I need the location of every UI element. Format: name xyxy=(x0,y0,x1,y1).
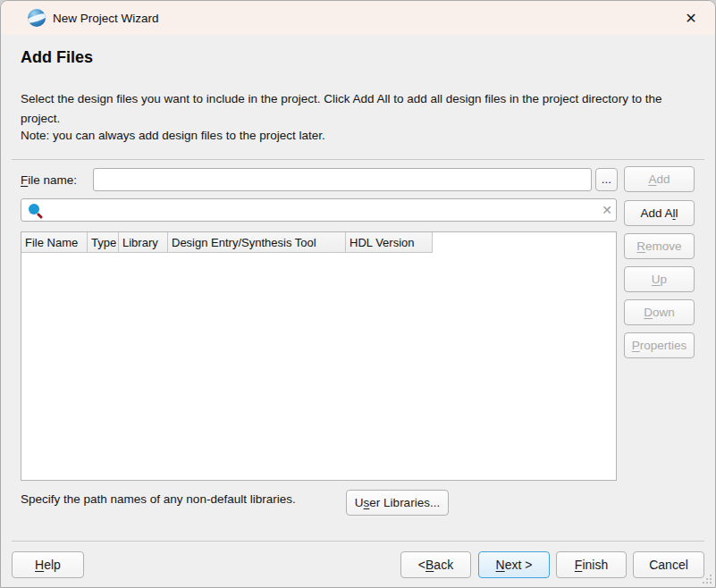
back-button[interactable]: < Back xyxy=(400,551,471,578)
titlebar: New Project Wizard ✕ xyxy=(1,1,715,35)
browse-button[interactable]: ... xyxy=(595,168,618,191)
user-libraries-label: Specify the path names of any non-defaul… xyxy=(21,492,296,506)
column-header-file-name[interactable]: File Name xyxy=(21,232,88,253)
column-header-design-entry-tool[interactable]: Design Entry/Synthesis Tool xyxy=(168,232,346,253)
clear-search-icon[interactable]: ✕ xyxy=(596,198,618,222)
column-header-type[interactable]: Type xyxy=(88,232,119,253)
cancel-button[interactable]: Cancel xyxy=(633,551,704,578)
page-title: Add Files xyxy=(21,48,93,67)
separator-bottom xyxy=(12,541,704,542)
add-all-button[interactable]: Add All xyxy=(624,200,695,226)
remove-button[interactable]: Remove xyxy=(624,233,695,259)
user-libraries-button[interactable]: User Libraries... xyxy=(346,490,449,516)
files-table[interactable]: File Name Type Library Design Entry/Synt… xyxy=(21,231,617,481)
add-button[interactable]: Add xyxy=(624,166,695,192)
column-header-filler xyxy=(433,232,616,253)
column-header-hdl-version[interactable]: HDL Version xyxy=(346,232,433,253)
separator-top xyxy=(12,159,704,160)
page-note: Note: you can always add design files to… xyxy=(21,126,325,146)
up-button[interactable]: Up xyxy=(624,266,695,292)
file-name-label: File name: xyxy=(21,168,77,191)
search-input[interactable] xyxy=(21,198,617,222)
next-button[interactable]: Next > xyxy=(478,551,550,578)
file-name-input[interactable] xyxy=(93,168,592,191)
close-icon[interactable]: ✕ xyxy=(678,5,704,30)
quartus-logo-icon xyxy=(28,9,46,27)
properties-button[interactable]: Properties xyxy=(624,332,695,358)
new-project-wizard-dialog: New Project Wizard ✕ Add Files Select th… xyxy=(0,0,716,588)
page-description: Select the design files you want to incl… xyxy=(21,89,689,129)
finish-button[interactable]: Finish xyxy=(556,551,627,578)
search-icon xyxy=(29,204,39,214)
column-header-library[interactable]: Library xyxy=(119,232,168,253)
help-button[interactable]: Help xyxy=(12,551,84,578)
files-table-header: File Name Type Library Design Entry/Synt… xyxy=(21,232,616,253)
resize-grip-icon[interactable] xyxy=(702,574,712,584)
window-title: New Project Wizard xyxy=(53,1,159,35)
down-button[interactable]: Down xyxy=(624,299,695,325)
